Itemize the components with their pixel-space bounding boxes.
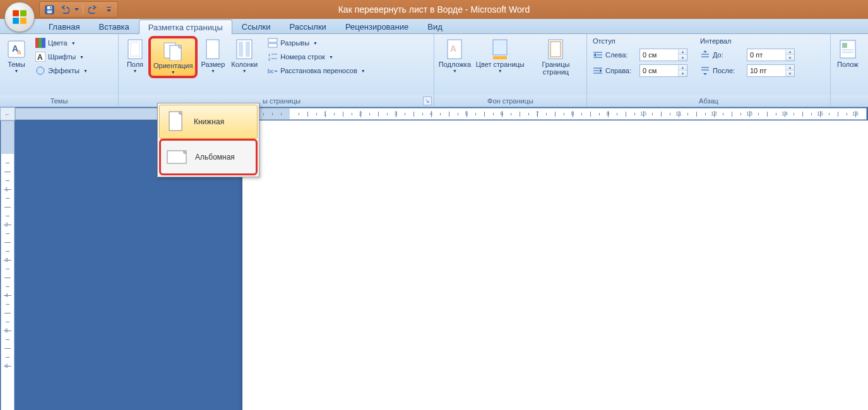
svg-rect-2 <box>13 18 19 24</box>
margins-button[interactable]: Поля ▼ <box>122 36 148 74</box>
landscape-label: Альбомная <box>195 153 235 161</box>
vertical-ruler[interactable]: 123456 <box>1 120 15 410</box>
chevron-down-icon: ▼ <box>453 69 457 73</box>
spacing-before-input[interactable]: ▲▼ <box>747 49 795 61</box>
chevron-down-icon: ▼ <box>171 70 175 74</box>
columns-button[interactable]: Колонки ▼ <box>228 36 261 74</box>
orientation-button[interactable]: Ориентация ▼ <box>148 36 198 78</box>
svg-rect-44 <box>593 70 599 71</box>
spin-up[interactable]: ▲ <box>679 49 687 55</box>
theme-effects-button[interactable]: Эффекты ▼ <box>32 64 91 78</box>
page-color-icon <box>491 38 509 60</box>
orientation-portrait[interactable]: Книжная <box>159 105 258 139</box>
tab-page-layout[interactable]: Разметка страницы <box>139 20 232 34</box>
workspace: 123456 <box>0 120 868 410</box>
indent-left-icon <box>593 50 603 60</box>
indent-left-input[interactable]: ▲▼ <box>639 49 687 61</box>
undo-button[interactable] <box>57 3 71 16</box>
watermark-button[interactable]: A Подложка ▼ <box>437 36 472 74</box>
colors-label: Цвета <box>48 39 68 47</box>
svg-text:A: A <box>450 44 456 54</box>
fonts-label: Шрифты <box>48 53 76 61</box>
breaks-button[interactable]: Разрывы ▼ <box>265 36 368 50</box>
tab-home[interactable]: Главная <box>39 19 89 33</box>
spin-down[interactable]: ▼ <box>786 55 794 61</box>
redo-icon <box>88 5 98 15</box>
page-setup-label-fragment: ы страницы <box>263 97 300 105</box>
svg-rect-52 <box>842 49 853 50</box>
orientation-landscape[interactable]: Альбомная <box>159 139 258 175</box>
ribbon-tabs: Главная Вставка Разметка страницы Ссылки… <box>0 19 868 34</box>
group-paragraph-label: Абзац <box>587 95 830 107</box>
window-title: Как перевернуть лист в Ворде - Microsoft… <box>338 4 530 15</box>
breaks-icon <box>268 38 278 48</box>
svg-rect-49 <box>701 69 709 71</box>
orientation-icon <box>162 40 184 61</box>
columns-icon <box>235 38 253 60</box>
page-borders-button[interactable]: Границы страниц <box>528 36 583 77</box>
redo-button[interactable] <box>86 3 100 16</box>
chevron-down-icon <box>74 8 79 11</box>
page-color-label: Цвет страницы <box>476 61 525 68</box>
tab-insert[interactable]: Вставка <box>89 19 138 33</box>
spin-up[interactable]: ▲ <box>786 65 794 71</box>
save-icon <box>45 5 54 15</box>
office-button[interactable] <box>4 2 35 32</box>
portrait-label: Книжная <box>194 117 224 126</box>
effects-icon <box>35 66 45 76</box>
qat-customize[interactable] <box>105 7 112 13</box>
theme-colors-button[interactable]: Цвета ▼ <box>32 36 91 50</box>
spin-down[interactable]: ▼ <box>786 71 794 76</box>
spacing-after-input[interactable]: ▲▼ <box>747 64 795 77</box>
indent-right-input[interactable]: ▲▼ <box>639 64 687 77</box>
position-button[interactable]: Полож <box>834 36 862 69</box>
indent-left-label: Слева: <box>605 51 637 59</box>
chevron-down-icon: ▼ <box>361 69 366 73</box>
size-button[interactable]: Размер ▼ <box>198 36 228 74</box>
tab-mailings[interactable]: Рассылки <box>280 19 336 33</box>
indent-heading: Отступ <box>590 37 690 47</box>
svg-rect-46 <box>701 54 709 55</box>
line-numbers-button[interactable]: 12 Номера строк ▼ <box>265 50 368 64</box>
theme-fonts-button[interactable]: A Шрифты ▼ <box>32 50 91 64</box>
chevron-down-icon: ▼ <box>83 69 88 73</box>
horizontal-ruler[interactable]: 12345678910111213141516 <box>15 108 867 120</box>
line-numbers-icon: 12 <box>268 52 278 62</box>
spacing-after-icon <box>700 66 710 76</box>
svg-text:a: a <box>17 48 21 56</box>
undo-icon <box>60 5 69 15</box>
title-bar: Как перевернуть лист в Ворде - Microsoft… <box>0 0 868 19</box>
page-color-button[interactable]: Цвет страницы ▼ <box>476 36 525 74</box>
tab-review[interactable]: Рецензирование <box>336 19 418 33</box>
spin-up[interactable]: ▲ <box>786 49 794 55</box>
chevron-down-icon: ▼ <box>313 41 318 45</box>
ruler-corner[interactable]: ⌐ <box>0 107 15 120</box>
document-area[interactable] <box>15 120 868 410</box>
indent-right-icon <box>593 66 603 76</box>
svg-rect-37 <box>493 56 507 59</box>
svg-rect-13 <box>39 38 42 48</box>
save-button[interactable] <box>42 3 56 16</box>
svg-rect-53 <box>842 52 853 53</box>
breaks-label: Разрывы <box>280 39 309 47</box>
spin-down[interactable]: ▼ <box>679 55 687 61</box>
spacing-after-label: После: <box>713 67 744 74</box>
svg-rect-40 <box>593 52 602 53</box>
chevron-down-icon: ▼ <box>211 69 215 73</box>
svg-rect-1 <box>20 10 27 16</box>
spin-down[interactable]: ▼ <box>679 71 687 76</box>
tab-references[interactable]: Ссылки <box>232 19 280 33</box>
tab-view[interactable]: Вид <box>418 19 452 33</box>
svg-text:bc: bc <box>268 68 274 74</box>
spin-up[interactable]: ▲ <box>679 65 687 71</box>
group-arrange: Полож <box>831 34 868 107</box>
page-setup-launcher[interactable]: ↘ <box>423 97 432 105</box>
undo-dropdown[interactable] <box>73 8 80 11</box>
group-page-bg-label: Фон страницы <box>434 95 586 107</box>
hyphenation-button[interactable]: bc Расстановка переносов ▼ <box>265 64 368 78</box>
svg-rect-47 <box>701 56 709 57</box>
svg-text:A: A <box>37 53 43 62</box>
horizontal-ruler-row: ⌐ 12345678910111213141516 <box>0 107 868 120</box>
svg-rect-42 <box>593 57 602 58</box>
themes-button[interactable]: Aa Темы ▼ <box>3 36 30 74</box>
